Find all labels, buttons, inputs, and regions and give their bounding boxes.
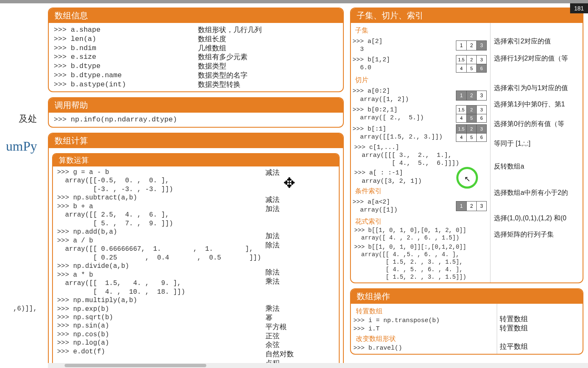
label-slice: 切片 [353,74,488,86]
frag-numpy: umPy [6,139,37,154]
r4-code: >>> b[0:2,1] array([ 2., 5.]) [353,106,448,122]
r2-illus: 1.523 456 [454,55,488,73]
r10-desc: 选择矩阵的行列子集 [494,230,579,239]
label-cond: 条件索引 [353,185,488,197]
r4-illus: 1.523 456 [454,105,488,123]
card-ops: 数组操作 转置数组 >>> i = np.transpose(b) >>> i.… [350,288,583,355]
subcard-header-arith: 算数运算 [53,154,339,166]
card-calc: 数组计算 算数运算 >>> g = a - b array([[-0.5, 0.… [48,133,344,368]
r9-code: >>> b[[1, 0, 1, 0],[0, 1, 2, 0]] array([… [353,227,488,242]
horizontal-scrollbar[interactable] [48,363,588,368]
label-reshape: 改变数组形状 [353,333,494,344]
page-counter: 181 [570,3,588,13]
r10-code: >>> b[[1, 0, 1, 0]][:,[0,1,2,0]] array([… [353,244,488,281]
idx-row-1: >>> a[2] 3 123 [353,38,488,53]
frag-text-1: 及处 [19,113,37,125]
r3-desc: 选择索引为0与1对应的值 [494,84,579,93]
r1-code: >>> a[2] 3 [353,38,448,53]
scrollbar-thumb[interactable] [65,364,206,367]
card-array-info: 数组信息 >>> a.shape >>> len(a) >>> b.ndim >… [48,8,344,92]
transpose-desc: 转置数组 转置数组 [500,315,580,333]
label-fancy: 花式索引 [353,216,488,227]
reshape-desc: 拉平数组 [500,342,580,351]
r3-code: >>> a[0:2] array([1, 2]) [353,87,448,103]
r4-desc: 选择第1列中第0行、第1 [494,100,579,109]
left-cutoff-panel: 及处 umPy ,6)]], [0,0,40,368]
idx-row-2: >>> b[1,2] 6.0 1.523 456 [353,55,488,73]
r3-illus: 123 [454,91,488,101]
r2-desc: 选择行1列2对应的值（等 [494,54,579,63]
r7-desc: 反转数组a [494,162,579,171]
r5-illus: 1.523 456 [454,124,488,142]
card-indexing: 子集、切片、索引 子集 >>> a[2] 3 123 >>> b[1,2] 6.… [350,8,583,283]
arrayinfo-code: >>> a.shape >>> len(a) >>> b.ndim >>> e.… [54,25,194,89]
card-help: 调用帮助 >>> np.info(np.ndarray.dtype) [48,97,344,128]
card-header-help: 调用帮助 [49,98,343,113]
r1-illus: 123 [454,40,488,50]
label-subset: 子集 [353,25,488,36]
pointer-cursor-icon: ↖ [464,174,470,184]
card-header-indexing: 子集、切片、索引 [351,8,583,23]
help-code: >>> np.info(np.ndarray.dtype) [54,115,338,124]
r9-desc: 选择(1,0),(0,1),(1,2) 和(0 [494,214,579,223]
transpose-code: >>> i = np.transpose(b) >>> i.T [353,317,494,333]
reshape-code: >>> b.ravel() [353,344,494,352]
r6-code: >>> c[1,...] array([[[ 3., 2., 1.], [ 4.… [353,144,488,168]
card-header-calc: 数组计算 [49,134,343,148]
r2-code: >>> b[1,2] 6.0 [353,56,448,72]
subcard-arith: 算数运算 >>> g = a - b array([[-0.5, 0. , 0.… [52,153,340,368]
r5-desc: 选择第0行的所有值（等 [494,120,579,129]
r8-desc: 选择数组a中所有小于2的 [494,189,579,197]
idx-row-4: >>> b[0:2,1] array([ 2., 5.]) 1.523 456 [353,105,488,123]
frag-code: ,6)]], [13,305,37,313]
r8-code: >>> a[a<2] array([1]) [353,198,448,214]
card-header-array-info: 数组信息 [49,8,343,23]
window-top-bar [0,0,588,3]
label-transpose: 转置数组 [353,305,494,317]
arith-desc: 减法 减法 加法 加法 除法 除法 乘法 乘法 幂 平方根 正弦 余弦 自然对数… [265,168,335,368]
card-header-ops: 数组操作 [351,289,583,304]
idx-row-5: >>> b[:1] array([[1.5, 2., 3.]]) 1.523 4… [353,124,488,142]
arrayinfo-desc: 数组形状，几行几列 数组长度 几维数组 数组有多少元素 数据类型 数据类型的名字… [198,25,338,89]
main-column: 数组信息 >>> a.shape >>> len(a) >>> b.ndim >… [48,8,344,368]
arith-code: >>> g = a - b array([[-0.5, 0. , 0. ], [… [57,168,261,368]
r6-desc: 等同于 [1,:,:] [494,139,579,148]
idx-row-3: >>> a[0:2] array([1, 2]) 123 [353,87,488,103]
r5-code: >>> b[:1] array([[1.5, 2., 3.]]) [353,125,448,141]
r8-illus: 123 [454,201,488,211]
r1-desc: 选择索引2对应的值 [494,37,579,46]
idx-row-8: >>> a[a<2] array([1]) 123 [353,198,488,214]
